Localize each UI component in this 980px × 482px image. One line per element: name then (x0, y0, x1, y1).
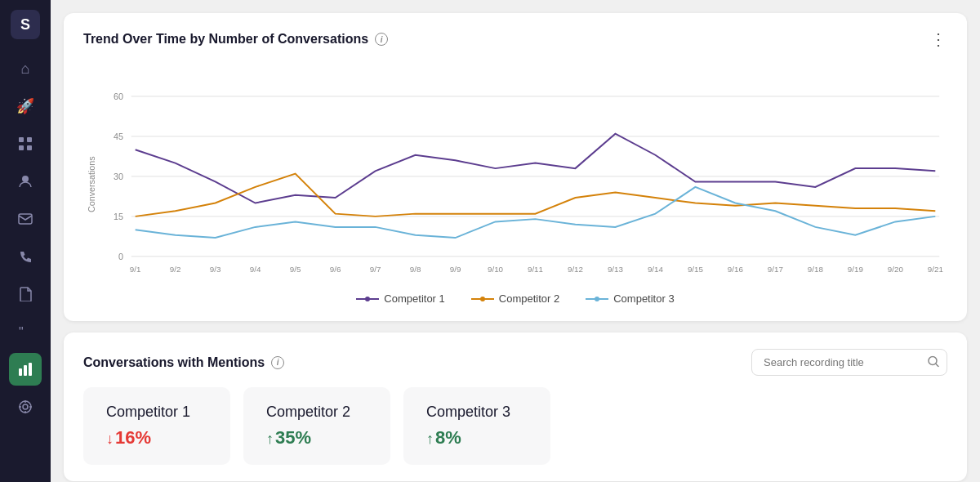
chart-title: Trend Over Time by Number of Conversatio… (83, 32, 388, 47)
competitor3-line (136, 187, 936, 238)
svg-text:0: 0 (118, 252, 123, 261)
legend-label-competitor1: Competitor 1 (384, 292, 444, 305)
legend-item-competitor3: Competitor 3 (586, 292, 674, 305)
competitor2-line (136, 174, 936, 216)
trend-chart: Conversations 0 15 30 45 60 9/1 9/2 9/3 (83, 62, 947, 283)
svg-text:9/18: 9/18 (808, 265, 824, 274)
svg-text:30: 30 (114, 172, 123, 181)
search-input[interactable] (751, 349, 947, 376)
sidebar-item-phone[interactable] (9, 240, 42, 273)
svg-rect-1 (27, 137, 32, 142)
sidebar-item-home[interactable]: ⌂ (9, 52, 42, 85)
chart-legend: Competitor 1 Competitor 2 Competitor 3 (83, 292, 947, 305)
svg-text:9/11: 9/11 (528, 265, 543, 274)
sidebar-item-rocket[interactable]: 🚀 (9, 90, 42, 123)
competitor-card-2: Competitor 2 ↑35% (243, 387, 390, 465)
mentions-header: Conversations with Mentions i (83, 349, 947, 376)
svg-text:9/15: 9/15 (688, 265, 704, 274)
svg-text:9/14: 9/14 (648, 265, 664, 274)
sidebar-item-person[interactable] (9, 165, 42, 198)
sidebar-item-grid[interactable] (9, 127, 42, 160)
sidebar-item-doc[interactable] (9, 278, 42, 310)
competitor2-name: Competitor 2 (266, 404, 368, 421)
svg-rect-2 (19, 145, 24, 150)
svg-text:9/19: 9/19 (848, 265, 863, 274)
svg-text:9/1: 9/1 (130, 265, 141, 274)
svg-point-52 (595, 297, 599, 301)
sidebar-item-quote[interactable]: " (9, 315, 42, 348)
svg-text:9/13: 9/13 (608, 265, 624, 274)
legend-item-competitor2: Competitor 2 (471, 292, 559, 305)
chart-container: Conversations 0 15 30 45 60 9/1 9/2 9/3 (83, 62, 947, 286)
competitor2-stat: ↑35% (266, 427, 368, 449)
svg-point-11 (23, 404, 28, 409)
competitor1-name: Competitor 1 (106, 404, 207, 421)
svg-rect-7 (19, 368, 22, 376)
svg-rect-3 (27, 145, 32, 150)
svg-text:9/2: 9/2 (170, 265, 181, 274)
sidebar-item-target[interactable] (9, 391, 42, 423)
svg-text:9/8: 9/8 (410, 265, 421, 274)
svg-text:9/21: 9/21 (928, 265, 943, 274)
main-content: Trend Over Time by Number of Conversatio… (51, 0, 980, 482)
svg-text:9/4: 9/4 (250, 265, 261, 274)
chart-card: Trend Over Time by Number of Conversatio… (64, 13, 967, 321)
competitor2-arrow-icon: ↑ (266, 431, 274, 447)
svg-point-48 (365, 297, 370, 301)
competitor3-stat: ↑8% (426, 427, 528, 449)
svg-point-10 (20, 401, 31, 413)
svg-text:9/6: 9/6 (330, 265, 341, 274)
svg-text:60: 60 (114, 91, 123, 101)
competitor1-stat: ↓16% (106, 427, 207, 449)
svg-text:9/7: 9/7 (370, 265, 381, 274)
svg-text:9/3: 9/3 (210, 265, 221, 274)
svg-point-50 (480, 297, 485, 301)
mentions-title: Conversations with Mentions i (83, 355, 284, 370)
chart-info-icon[interactable]: i (375, 33, 388, 46)
svg-point-4 (22, 176, 29, 182)
svg-text:45: 45 (114, 132, 123, 141)
svg-text:15: 15 (114, 212, 123, 221)
svg-text:9/9: 9/9 (450, 265, 461, 274)
svg-text:9/10: 9/10 (488, 265, 504, 274)
mentions-title-text: Conversations with Mentions (83, 355, 265, 370)
svg-text:9/12: 9/12 (568, 265, 583, 274)
competitor3-arrow-icon: ↑ (426, 431, 434, 447)
competitor-card-3: Competitor 3 ↑8% (403, 387, 550, 465)
competitor1-arrow-icon: ↓ (106, 431, 114, 447)
svg-rect-8 (24, 365, 27, 376)
y-axis-label: Conversations (87, 156, 96, 212)
svg-text:9/17: 9/17 (768, 265, 783, 274)
sidebar-item-chart[interactable] (9, 353, 42, 386)
svg-text:": " (19, 326, 24, 337)
svg-line-54 (936, 364, 938, 366)
sidebar: S ⌂ 🚀 " (0, 0, 51, 482)
competitor-card-1: Competitor 1 ↓16% (83, 387, 230, 465)
svg-text:9/20: 9/20 (888, 265, 904, 274)
sidebar-item-mail[interactable] (9, 203, 42, 235)
competitor1-line (136, 134, 936, 203)
search-container (751, 349, 947, 376)
mentions-info-icon[interactable]: i (271, 356, 284, 369)
search-icon (928, 355, 939, 369)
legend-item-competitor1: Competitor 1 (356, 292, 444, 305)
mentions-card: Conversations with Mentions i Competitor… (64, 332, 967, 481)
svg-rect-5 (19, 214, 32, 224)
svg-text:9/5: 9/5 (290, 265, 301, 274)
svg-rect-0 (19, 137, 24, 142)
logo: S (11, 10, 40, 39)
chart-menu-button[interactable]: ⋮ (930, 29, 947, 49)
svg-text:9/16: 9/16 (728, 265, 744, 274)
competitor-cards-row: Competitor 1 ↓16% Competitor 2 ↑35% Comp… (83, 387, 947, 465)
legend-label-competitor3: Competitor 3 (613, 292, 674, 305)
chart-header: Trend Over Time by Number of Conversatio… (83, 29, 947, 49)
svg-rect-9 (29, 363, 32, 376)
competitor3-name: Competitor 3 (426, 404, 528, 421)
chart-title-text: Trend Over Time by Number of Conversatio… (83, 32, 368, 47)
legend-label-competitor2: Competitor 2 (499, 292, 559, 305)
